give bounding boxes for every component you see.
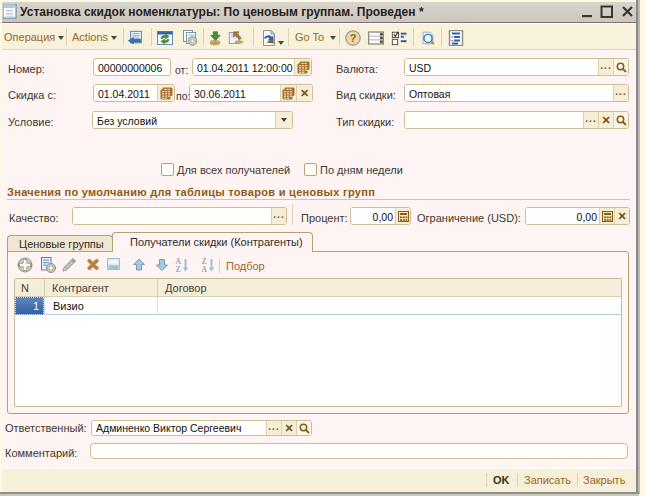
svg-text:?: ?: [350, 32, 357, 44]
svg-text:Z: Z: [176, 265, 181, 273]
svg-text:СОК: СОК: [109, 265, 118, 270]
svg-text:A: A: [201, 265, 207, 273]
